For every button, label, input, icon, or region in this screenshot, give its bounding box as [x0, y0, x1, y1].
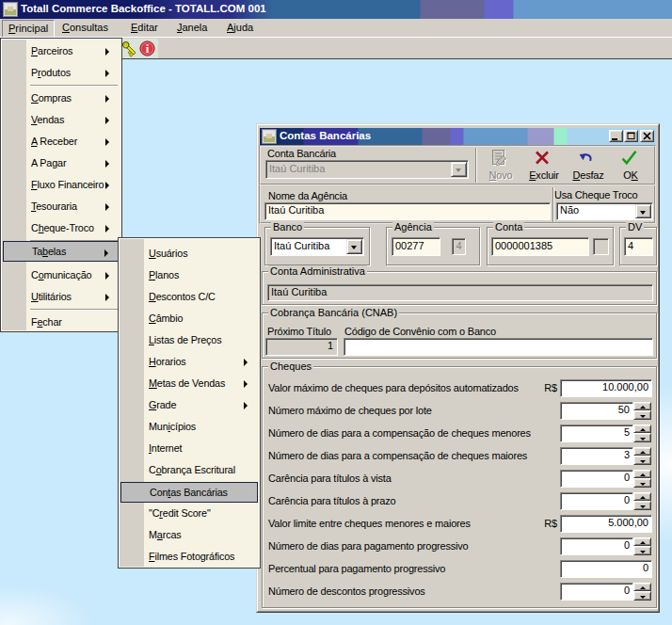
svg-text:i: i [146, 41, 150, 56]
